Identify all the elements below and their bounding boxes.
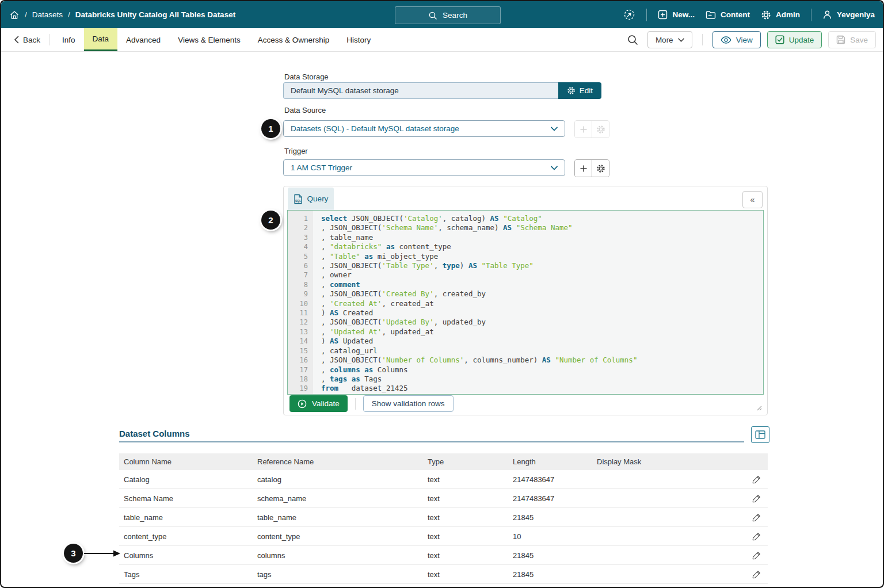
update-button[interactable]: Update bbox=[767, 31, 822, 48]
tab-data[interactable]: Data bbox=[84, 28, 118, 51]
add-data-source-button[interactable] bbox=[575, 121, 592, 138]
edit-column-button[interactable] bbox=[745, 570, 768, 579]
topnav-item-admin[interactable]: Admin bbox=[761, 10, 800, 20]
line-number: 7 bbox=[288, 270, 308, 280]
save-button[interactable]: Save bbox=[828, 31, 876, 48]
tab-views-elements[interactable]: Views & Elements bbox=[169, 28, 249, 51]
query-tab-label: Query bbox=[307, 194, 329, 203]
gear-icon bbox=[761, 10, 771, 20]
cell-type: text bbox=[423, 570, 508, 579]
collapse-panel-button[interactable]: « bbox=[742, 191, 763, 208]
data-source-actions bbox=[574, 120, 609, 138]
tabbar-actions: More View Update bbox=[627, 28, 876, 51]
line-number: 10 bbox=[288, 299, 308, 308]
chevron-down-icon bbox=[551, 127, 558, 131]
edit-column-button[interactable] bbox=[745, 475, 768, 484]
validate-button[interactable]: Validate bbox=[289, 395, 348, 412]
topnav-item-new[interactable]: New... bbox=[658, 10, 695, 20]
cell-type: text bbox=[423, 551, 508, 560]
save-label: Save bbox=[850, 36, 868, 44]
table-row: Columnscolumnstext21845 bbox=[119, 546, 768, 565]
code-line: , JSON_OBJECT('Schema Name', schema_name… bbox=[321, 223, 763, 232]
column-header: Display Mask bbox=[592, 457, 745, 466]
column-view-button[interactable] bbox=[751, 426, 769, 443]
global-search-label: Search bbox=[443, 11, 467, 20]
edit-column-button[interactable] bbox=[745, 532, 768, 541]
line-number: 9 bbox=[288, 289, 308, 299]
topnav-item-content[interactable]: Content bbox=[706, 10, 750, 20]
show-validation-rows-button[interactable]: Show validation rows bbox=[363, 395, 454, 412]
data-source-settings-button[interactable] bbox=[592, 121, 609, 138]
edit-column-button[interactable] bbox=[745, 513, 768, 522]
line-number: 13 bbox=[288, 327, 308, 337]
query-panel: SQL Query « 1234567891011121314151617181… bbox=[283, 186, 768, 415]
validate-label: Validate bbox=[312, 399, 340, 408]
code-line: , tags as Tags bbox=[321, 375, 763, 384]
resize-handle[interactable] bbox=[755, 404, 762, 411]
cell-reference-name: columns bbox=[253, 551, 423, 560]
cell-length: 21845 bbox=[508, 513, 592, 522]
sql-editor[interactable]: 12345678910111213141516171819 select JSO… bbox=[287, 210, 764, 395]
line-number: 18 bbox=[288, 375, 308, 384]
line-number: 3 bbox=[288, 233, 308, 242]
annotation-badge-2: 2 bbox=[261, 211, 280, 230]
code-line: , comment bbox=[321, 280, 763, 289]
tab-advanced[interactable]: Advanced bbox=[117, 28, 169, 51]
topnav-item-user[interactable]: Yevgeniya bbox=[822, 10, 875, 20]
chevron-left-icon bbox=[14, 36, 19, 44]
view-label: View bbox=[736, 36, 753, 44]
trigger-select[interactable]: 1 AM CST Trigger bbox=[283, 159, 565, 176]
code-line: , catalog_url bbox=[321, 346, 763, 356]
more-label: More bbox=[656, 36, 673, 44]
global-search[interactable]: Search bbox=[395, 6, 501, 24]
back-button[interactable]: Back bbox=[8, 28, 46, 51]
tab-info[interactable]: Info bbox=[54, 28, 84, 51]
code-line: , columns as Columns bbox=[321, 365, 763, 375]
line-number: 5 bbox=[288, 252, 308, 261]
home-icon[interactable] bbox=[9, 10, 20, 20]
code-line: , 'Updated At', updated_at bbox=[321, 327, 763, 337]
topnav-item-label: New... bbox=[672, 10, 695, 19]
discover-icon[interactable] bbox=[623, 9, 635, 21]
code-line: , table_name bbox=[321, 233, 763, 242]
trigger-value: 1 AM CST Trigger bbox=[291, 163, 352, 172]
line-number: 16 bbox=[288, 356, 308, 365]
edit-column-button[interactable] bbox=[745, 551, 768, 560]
topnav-divider bbox=[811, 9, 811, 21]
line-number: 17 bbox=[288, 365, 308, 375]
tab-access-ownership[interactable]: Access & Ownership bbox=[249, 28, 338, 51]
dataset-columns-title: Dataset Columns bbox=[119, 429, 190, 438]
table-body: Catalogcatalogtext2147483647 Schema Name… bbox=[119, 470, 768, 584]
sql-code[interactable]: select JSON_OBJECT('Catalog', catalog) A… bbox=[313, 211, 763, 394]
cell-length: 2147483647 bbox=[508, 475, 592, 484]
annotation-badge-3: 3 bbox=[64, 544, 83, 563]
code-line: , JSON_OBJECT('Table Type', type) AS "Ta… bbox=[321, 261, 763, 270]
cell-type: text bbox=[423, 532, 508, 541]
line-number: 6 bbox=[288, 261, 308, 270]
check-square-icon bbox=[775, 35, 784, 44]
app-window: / Datasets / Databricks Unity Catalog Al… bbox=[0, 0, 884, 588]
topnav-item-label: Yevgeniya bbox=[837, 10, 875, 19]
query-tab[interactable]: SQL Query bbox=[288, 188, 334, 210]
trigger-settings-button[interactable] bbox=[592, 160, 609, 177]
trigger-actions bbox=[574, 159, 609, 177]
data-storage-edit-button[interactable]: Edit bbox=[558, 82, 601, 99]
plus-square-icon bbox=[658, 10, 668, 20]
view-button[interactable]: View bbox=[712, 31, 761, 48]
data-source-select[interactable]: Datasets (SQL) - Default MySQL dataset s… bbox=[283, 120, 565, 137]
edit-column-button[interactable] bbox=[745, 494, 768, 503]
search-icon[interactable] bbox=[627, 34, 639, 46]
more-button[interactable]: More bbox=[647, 31, 692, 48]
line-number: 2 bbox=[288, 223, 308, 232]
cell-type: text bbox=[423, 475, 508, 484]
breadcrumb-datasets[interactable]: Datasets bbox=[32, 10, 63, 19]
cell-reference-name: table_name bbox=[253, 513, 423, 522]
breadcrumb-current: Databricks Unity Catalog All Tables Data… bbox=[75, 10, 235, 19]
tab-history[interactable]: History bbox=[338, 28, 379, 51]
gear-icon bbox=[567, 86, 576, 95]
line-number: 15 bbox=[288, 346, 308, 356]
tabbar-divider bbox=[702, 34, 703, 45]
add-trigger-button[interactable] bbox=[575, 160, 592, 177]
table-header-row: Column NameReference NameTypeLengthDispl… bbox=[119, 453, 768, 470]
code-line: , "Table" as mi_object_type bbox=[321, 252, 763, 261]
